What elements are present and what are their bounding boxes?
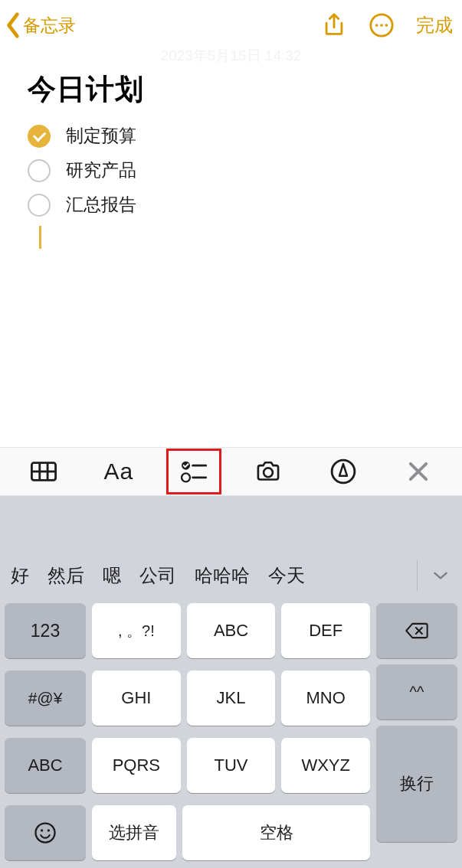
checkbox-checked-icon[interactable] <box>28 125 51 148</box>
keyboard: 123 , 。?! ABC DEF #@¥ GHI JKL MNO ABC PQ… <box>0 599 462 868</box>
candidate-word[interactable]: 今天 <box>268 563 305 588</box>
table-button[interactable] <box>20 452 67 491</box>
key-return[interactable]: 换行 <box>376 726 457 842</box>
key-123[interactable]: 123 <box>5 603 86 658</box>
format-toolbar: Aa <box>0 447 462 496</box>
key-abc-mode[interactable]: ABC <box>5 738 86 793</box>
done-button[interactable]: 完成 <box>416 13 453 38</box>
delete-icon <box>405 622 429 640</box>
svg-point-3 <box>385 24 388 27</box>
svg-point-2 <box>380 24 383 27</box>
more-button[interactable] <box>369 12 395 38</box>
checklist-item-label[interactable]: 制定预算 <box>66 124 136 148</box>
text-cursor <box>39 226 41 249</box>
note-editor[interactable]: 2023年5月15日 14:32 今日计划 制定预算 研究产品 汇总报告 <box>0 51 462 249</box>
share-button[interactable] <box>321 12 347 38</box>
svg-point-16 <box>48 829 50 831</box>
checklist-item-label[interactable]: 研究产品 <box>66 158 136 182</box>
note-title[interactable]: 今日计划 <box>28 70 434 109</box>
chevron-left-icon <box>5 11 21 39</box>
aa-icon: Aa <box>103 458 133 485</box>
key-delete[interactable] <box>376 603 457 658</box>
key-space[interactable]: 空格 <box>182 805 370 860</box>
key-caret-face[interactable]: ^^ <box>376 664 457 720</box>
key-mno[interactable]: MNO <box>281 671 370 726</box>
share-icon <box>321 12 347 38</box>
key-punct[interactable]: , 。?! <box>92 603 181 658</box>
camera-button[interactable] <box>244 452 292 491</box>
table-icon <box>31 458 57 485</box>
checklist-button[interactable] <box>170 452 218 491</box>
svg-point-10 <box>182 473 190 481</box>
emoji-icon <box>34 821 57 844</box>
candidate-bar: 好 然后 嗯 公司 哈哈哈 今天 <box>0 553 462 599</box>
more-icon <box>369 12 395 38</box>
candidate-word[interactable]: 好 <box>11 563 29 588</box>
key-pqrs[interactable]: PQRS <box>92 738 181 793</box>
checkbox-unchecked-icon[interactable] <box>28 159 51 182</box>
expand-candidates-button[interactable] <box>424 559 457 592</box>
markup-button[interactable] <box>319 452 367 491</box>
svg-point-14 <box>36 824 55 843</box>
text-format-button[interactable]: Aa <box>95 452 143 491</box>
candidate-word[interactable]: 然后 <box>48 563 84 588</box>
key-jkl[interactable]: JKL <box>187 671 276 726</box>
key-tuv[interactable]: TUV <box>187 738 276 793</box>
key-abc[interactable]: ABC <box>187 603 276 658</box>
checklist-item[interactable]: 汇总报告 <box>28 193 434 217</box>
close-icon <box>405 458 431 485</box>
candidate-word[interactable]: 公司 <box>139 563 176 588</box>
checklist-item[interactable]: 研究产品 <box>28 158 434 182</box>
key-symbols[interactable]: #@¥ <box>5 671 86 726</box>
svg-point-1 <box>375 24 378 27</box>
markup-icon <box>330 458 356 485</box>
key-select-pinyin[interactable]: 选拼音 <box>92 805 176 860</box>
candidate-word[interactable]: 嗯 <box>103 563 121 588</box>
back-label: 备忘录 <box>23 14 76 38</box>
key-wxyz[interactable]: WXYZ <box>281 738 370 793</box>
candidate-word[interactable]: 哈哈哈 <box>195 563 250 588</box>
svg-point-15 <box>41 829 43 831</box>
key-emoji[interactable] <box>5 805 86 860</box>
chevron-down-icon <box>432 570 449 581</box>
checklist-item-label[interactable]: 汇总报告 <box>66 193 136 217</box>
key-def[interactable]: DEF <box>281 603 370 658</box>
back-button[interactable]: 备忘录 <box>5 11 76 39</box>
checkbox-unchecked-icon[interactable] <box>28 194 51 217</box>
svg-point-12 <box>264 468 274 477</box>
checklist-item[interactable]: 制定预算 <box>28 124 434 148</box>
checklist-icon <box>181 458 207 485</box>
note-timestamp: 2023年5月15日 14:32 <box>28 46 434 64</box>
key-ghi[interactable]: GHI <box>92 671 181 726</box>
close-toolbar-button[interactable] <box>395 452 442 491</box>
camera-icon <box>255 458 281 485</box>
